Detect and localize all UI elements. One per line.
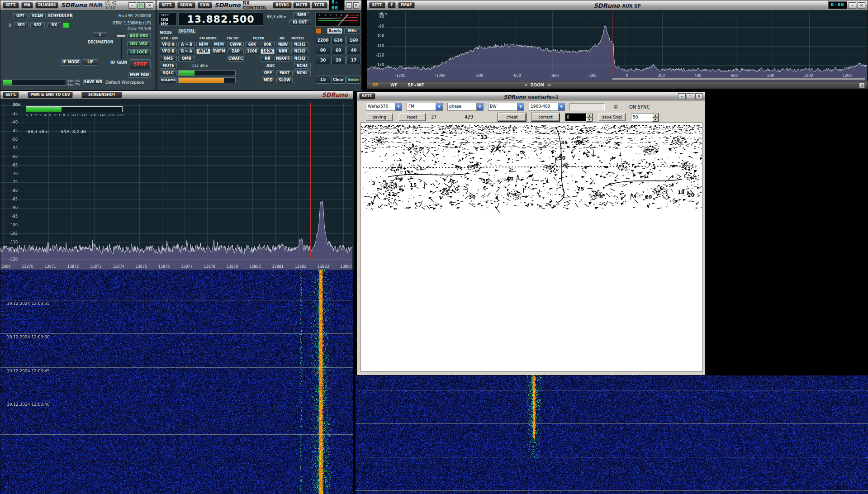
zoom-in-button[interactable]: >	[548, 83, 551, 87]
control-button[interactable]: NBW	[276, 42, 290, 48]
control-button[interactable]: VFO A	[160, 42, 177, 48]
fmaf-button[interactable]: FMAF	[398, 2, 415, 9]
chevron-down-icon[interactable]: ▼	[558, 103, 564, 110]
tab-sp-wf[interactable]: SP+WF	[408, 83, 424, 87]
sp1-button[interactable]: SP1	[14, 22, 28, 28]
control-button[interactable]: 120K	[245, 48, 259, 54]
settings-button[interactable]: SETT.	[3, 92, 19, 98]
chevron-down-icon[interactable]: ▼	[436, 103, 442, 110]
phase-combo[interactable]: phase ▼	[447, 103, 484, 111]
mctr-button[interactable]: MCTR	[293, 2, 310, 9]
rf-gain-slider-handle[interactable]	[117, 34, 126, 38]
if-mode-button[interactable]: IF MODE	[61, 59, 81, 66]
aux-titlebar[interactable]: SETT. F FMAF SDRuno AUX SP 0-00 – ✕	[367, 0, 868, 10]
exw-button[interactable]: EXW	[198, 2, 212, 9]
spin-down-icon[interactable]: ▼	[586, 118, 593, 122]
restore-icon[interactable]: □	[137, 2, 145, 9]
agc-off-button[interactable]: OFF	[262, 70, 274, 76]
add-vrx-button[interactable]: ADD VRX	[127, 33, 151, 39]
shift-spinner[interactable]: 0 ▲▼	[565, 113, 593, 121]
tab-sp[interactable]: SP	[372, 83, 378, 87]
plugins-button[interactable]: PLUGINS	[35, 2, 58, 9]
chevron-down-icon[interactable]: ▼	[517, 103, 524, 110]
range-combo[interactable]: 1900-400 ▼	[529, 103, 565, 111]
spin-up-icon[interactable]: ▲	[586, 114, 593, 118]
info-button[interactable]: i	[859, 83, 865, 88]
tctr-button[interactable]: TCTR	[312, 2, 327, 9]
bw-combo[interactable]: BW ▼	[488, 103, 524, 111]
control-button[interactable]: NCH2	[291, 48, 308, 54]
control-button[interactable]: 60K	[245, 42, 259, 48]
band-button[interactable]: 30	[316, 56, 330, 64]
band-button[interactable]: 20	[331, 56, 346, 64]
saving-button[interactable]: saving	[366, 113, 393, 121]
control-button[interactable]: NFM	[196, 42, 210, 48]
control-button[interactable]: QMR	[178, 56, 195, 62]
minimize-icon[interactable]: –	[128, 2, 136, 9]
band-button[interactable]: 40	[346, 46, 361, 54]
secondary-waterfall[interactable]	[356, 375, 868, 494]
control-button[interactable]: NCH1	[291, 42, 308, 48]
clear-button[interactable]: Clear	[331, 76, 346, 84]
rx-titlebar[interactable]: SETT. RDSW EXW SDRuno RX CONTROL RSYN1 M…	[157, 0, 361, 10]
band-button[interactable]: 60	[331, 46, 346, 54]
settings-button[interactable]: SETT.	[369, 2, 385, 9]
volume-bar[interactable]	[178, 77, 236, 83]
mode-button[interactable]: DIGITAL	[178, 29, 196, 34]
opt-button[interactable]: OPT	[13, 13, 28, 19]
main-titlebar[interactable]: SETT. MA PLUGINS SDRuno MAIN V1.42 1710 …	[0, 0, 156, 10]
sp2-button[interactable]: SP2	[30, 22, 45, 28]
band-button[interactable]: 17	[346, 56, 361, 64]
minimize-icon[interactable]: –	[849, 2, 856, 9]
control-button[interactable]: NBN	[276, 48, 290, 54]
settings-button[interactable]: SETT.	[359, 93, 375, 100]
rsyn1-button[interactable]: RSYN1	[273, 2, 292, 9]
control-button[interactable]: VFO B	[160, 48, 177, 54]
rdsw-button[interactable]: RDSW	[177, 2, 195, 9]
aux-spectrum-display[interactable]	[367, 10, 868, 81]
band-button[interactable]: 80	[316, 46, 330, 54]
decimation-value[interactable]: 1	[93, 32, 107, 38]
control-button[interactable]: CWAFC	[228, 56, 244, 62]
reset-button[interactable]: reset	[398, 113, 426, 121]
lo-lock-button[interactable]: LO LOCK	[127, 49, 151, 55]
waterfall-display[interactable]	[0, 270, 353, 494]
fax-mode-combo[interactable]: Wefax576 ▼	[366, 103, 402, 111]
settings-button[interactable]: SETT.	[3, 2, 19, 9]
enter-button[interactable]: Enter	[346, 76, 361, 84]
band-button[interactable]: 630	[331, 36, 346, 44]
agc-slow-button[interactable]: SLOW	[276, 77, 293, 83]
f-button[interactable]: F	[388, 2, 395, 9]
control-button[interactable]: 192K	[261, 48, 275, 54]
close-icon[interactable]: ✕	[695, 93, 703, 99]
demod-combo[interactable]: FM ▼	[407, 103, 443, 111]
rx-button[interactable]: RX	[47, 22, 61, 28]
agc-med-button[interactable]: MED	[262, 77, 274, 83]
scan-button[interactable]: SCAN	[29, 13, 46, 19]
spin-down-icon[interactable]: ▼	[652, 118, 659, 122]
stop-button[interactable]: STOP	[130, 59, 151, 69]
control-button[interactable]: A > B	[178, 42, 195, 48]
nchl-button[interactable]: NCHL	[294, 70, 311, 76]
bands-button[interactable]: Bands	[327, 28, 342, 34]
control-button[interactable]: MFM	[212, 42, 226, 48]
mem-pan-button[interactable]: MEM PAN	[128, 72, 151, 78]
band-button-15[interactable]: 15	[316, 76, 330, 84]
chevron-down-icon[interactable]: ▼	[395, 103, 402, 110]
close-icon[interactable]: ✕	[146, 2, 153, 9]
tab-wf[interactable]: WF	[390, 83, 398, 87]
ma-button[interactable]: MA	[21, 2, 33, 9]
control-button[interactable]: B > A	[178, 48, 195, 54]
screenshot-button[interactable]: SCREENSHOT	[81, 92, 122, 98]
level-spinner[interactable]: 50 ▲▼	[631, 113, 659, 121]
control-button[interactable]: SWFM	[212, 48, 226, 54]
cheat-button[interactable]: cheat	[498, 113, 526, 121]
step-box[interactable]: STEP: 100 kHz	[159, 12, 177, 26]
volume-button[interactable]: VOLUME	[160, 77, 177, 83]
frequency-display[interactable]: 13.882.500	[178, 12, 263, 26]
mute-button[interactable]: MUTE	[160, 63, 177, 69]
control-button[interactable]: NR	[261, 56, 275, 62]
save-workspace-button[interactable]: SAVE WS	[83, 79, 103, 85]
minimize-icon[interactable]: –	[678, 93, 686, 99]
control-button[interactable]: NBOFF	[276, 56, 290, 62]
